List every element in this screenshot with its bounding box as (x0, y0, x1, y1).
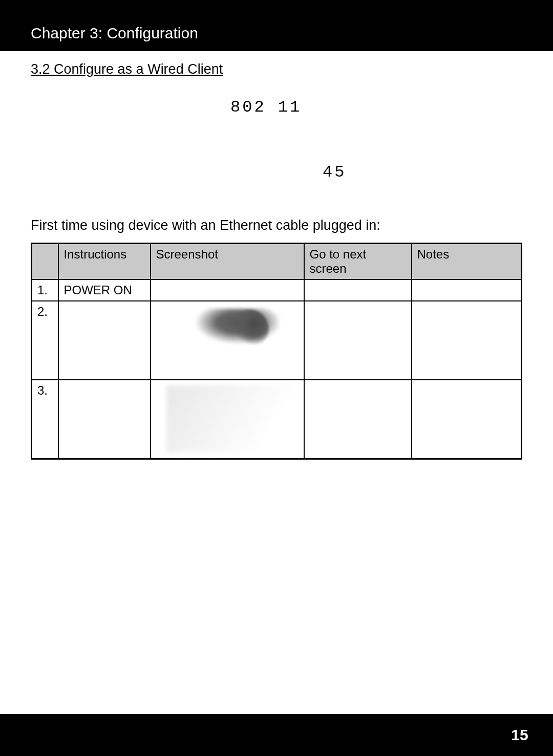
cell-notes (412, 301, 522, 380)
cell-notes (412, 279, 522, 301)
table-row: 2. (32, 301, 522, 380)
lcd-text-line-1: 802 11 (230, 98, 522, 117)
chapter-title: Chapter 3: Configuration (31, 25, 198, 41)
cell-screenshot (151, 279, 304, 301)
col-header-instructions: Instructions (58, 244, 151, 280)
page-number: 15 (511, 726, 528, 744)
chapter-header: Chapter 3: Configuration (0, 0, 553, 51)
cell-number: 2. (32, 301, 58, 380)
page-content: 3.2 Configure as a Wired Client 802 11 4… (0, 51, 553, 714)
cell-screenshot (151, 301, 304, 380)
screenshot-image (156, 305, 299, 376)
cell-goto (304, 380, 412, 459)
instructions-table: Instructions Screenshot Go to next scree… (31, 243, 522, 460)
lcd-text-line-2: 45 (323, 163, 522, 182)
table-header-row: Instructions Screenshot Go to next scree… (32, 244, 522, 280)
section-heading: 3.2 Configure as a Wired Client (31, 61, 522, 77)
cell-number: 1. (32, 279, 58, 301)
table-row: 1. POWER ON (32, 279, 522, 301)
screenshot-shape (166, 385, 294, 452)
cell-goto (304, 301, 412, 380)
col-header-goto: Go to next screen (304, 244, 412, 280)
col-header-number (32, 244, 58, 280)
cell-number: 3. (32, 380, 58, 459)
col-header-notes: Notes (412, 244, 522, 280)
cell-screenshot (151, 380, 304, 459)
cell-goto (304, 279, 412, 301)
page-number-tab: 15 (486, 714, 553, 756)
screenshot-shape (233, 310, 269, 345)
cell-notes (412, 380, 522, 459)
screenshot-image (156, 383, 299, 455)
cell-instructions (58, 380, 151, 459)
col-header-screenshot: Screenshot (151, 244, 304, 280)
cell-instructions: POWER ON (58, 279, 151, 301)
document-page: Chapter 3: Configuration 3.2 Configure a… (0, 0, 553, 756)
intro-text: First time using device with an Ethernet… (31, 218, 522, 233)
table-row: 3. (32, 380, 522, 459)
cell-instructions (58, 301, 151, 380)
